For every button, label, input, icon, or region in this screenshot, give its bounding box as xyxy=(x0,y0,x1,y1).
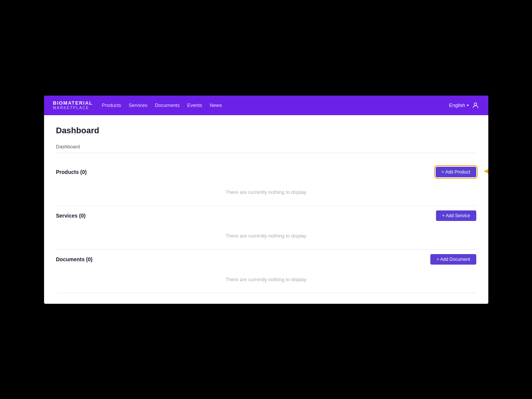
add-product-wrapper: + Add Product xyxy=(436,167,476,177)
add-document-button[interactable]: + Add Document xyxy=(430,254,476,265)
nav-news[interactable]: News xyxy=(210,102,222,108)
brand-top: BIOMATERIAL xyxy=(53,101,93,106)
nav-documents[interactable]: Documents xyxy=(155,102,180,108)
navbar-right: English ▾ xyxy=(449,102,479,109)
documents-empty-message: There are currently nothing to display xyxy=(56,269,476,293)
add-service-button[interactable]: + Add Service xyxy=(436,210,476,221)
services-title: Services (0) xyxy=(56,213,86,219)
nav-services[interactable]: Services xyxy=(129,102,148,108)
products-empty-message: There are currently nothing to display xyxy=(56,182,476,206)
svg-marker-2 xyxy=(484,169,488,174)
add-product-button[interactable]: + Add Product xyxy=(436,167,476,177)
products-header: Products (0) + Add Product xyxy=(56,162,476,182)
page-title: Dashboard xyxy=(56,126,476,136)
svg-point-0 xyxy=(474,103,477,105)
main-content: Dashboard Dashboard Products (0) + Add P… xyxy=(44,115,488,304)
navbar: BIOMATERIAL MARKETPLACE Products Service… xyxy=(44,96,488,115)
breadcrumb: Dashboard xyxy=(56,144,80,149)
brand-bottom: MARKETPLACE xyxy=(53,106,93,110)
services-header: Services (0) + Add Service xyxy=(56,206,476,225)
documents-title: Documents (0) xyxy=(56,256,93,262)
documents-section: Documents (0) + Add Document There are c… xyxy=(56,250,476,293)
nav-events[interactable]: Events xyxy=(187,102,202,108)
chevron-down-icon: ▾ xyxy=(467,103,469,107)
services-section: Services (0) + Add Service There are cur… xyxy=(56,206,476,249)
arrow-annotation xyxy=(480,166,488,178)
documents-divider xyxy=(56,293,476,293)
brand-logo[interactable]: BIOMATERIAL MARKETPLACE xyxy=(53,101,93,110)
language-label: English xyxy=(449,102,465,108)
nav-products[interactable]: Products xyxy=(102,102,121,108)
language-selector[interactable]: English ▾ xyxy=(449,102,469,108)
navbar-left: BIOMATERIAL MARKETPLACE Products Service… xyxy=(53,101,222,110)
breadcrumb-bar: Dashboard xyxy=(56,140,476,153)
products-title: Products (0) xyxy=(56,169,87,175)
user-icon[interactable] xyxy=(472,102,479,109)
navbar-links: Products Services Documents Events News xyxy=(102,102,222,108)
documents-header: Documents (0) + Add Document xyxy=(56,250,476,269)
products-section: Products (0) + Add Product There are cur… xyxy=(56,162,476,206)
services-empty-message: There are currently nothing to display xyxy=(56,225,476,249)
